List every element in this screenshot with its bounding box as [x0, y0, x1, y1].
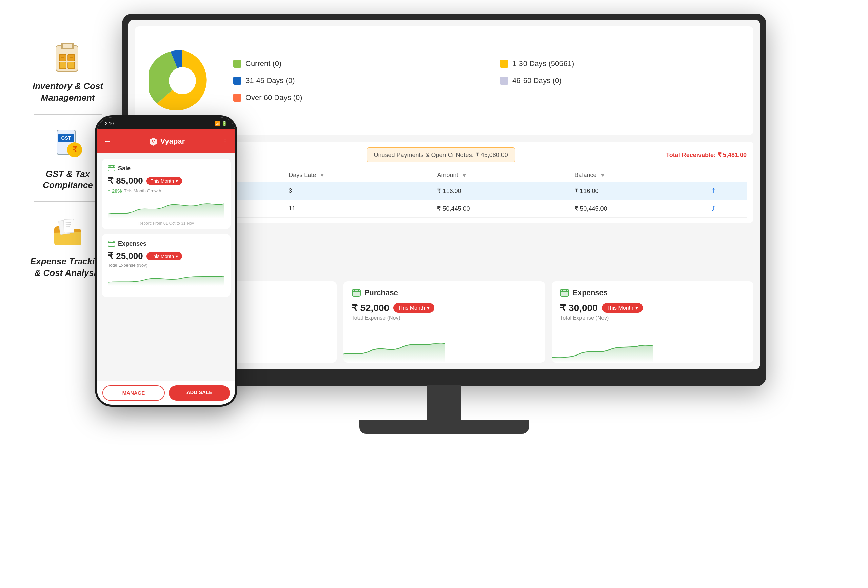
- gst-icon: GST ₹: [51, 127, 85, 161]
- svg-point-39: [113, 241, 114, 242]
- expense-icon: [51, 214, 85, 248]
- col-balance: Balance ▼: [570, 168, 708, 182]
- phone-sale-badge-label: This Month: [151, 178, 174, 184]
- col-action: [708, 168, 747, 182]
- cell-days-late-1: 3: [285, 182, 433, 200]
- feature-inventory: Inventory & Cost Management: [20, 27, 115, 114]
- svg-point-38: [109, 241, 111, 242]
- cell-balance-1: ₹ 116.00: [570, 182, 708, 200]
- svg-point-35: [113, 166, 114, 167]
- phone-footer: MANAGE ADD SALE: [97, 381, 235, 405]
- phone-sale-chart: [108, 196, 224, 220]
- filter-icon-days-late[interactable]: ▼: [320, 172, 325, 178]
- expenses-card: Expenses ₹ 30,000 This Month ▾ Total Exp…: [552, 281, 753, 363]
- phone-expenses-badge-chevron: ▾: [176, 253, 178, 259]
- svg-rect-2: [63, 44, 72, 48]
- phone-expenses-badge[interactable]: This Month ▾: [146, 252, 182, 260]
- legend-label-31-45: 31-45 Days (0): [245, 76, 295, 85]
- share-icon-1[interactable]: ⤴: [712, 187, 715, 195]
- purchase-sub: Total Expense (Nov): [351, 315, 537, 321]
- expenses-badge-label: This Month: [607, 305, 633, 311]
- purchase-icon: [351, 288, 361, 298]
- filter-icon-balance[interactable]: ▼: [600, 172, 605, 178]
- svg-point-19: [169, 67, 196, 94]
- svg-rect-20: [352, 289, 360, 296]
- phone-status-icons: 📶 🔋: [215, 121, 227, 126]
- phone-expenses-sub: Total Expense (Nov): [108, 263, 224, 268]
- cell-amount-1: ₹ 116.00: [433, 182, 570, 200]
- phone-menu-icon[interactable]: ⋮: [222, 137, 229, 145]
- phone-expenses-badge-label: This Month: [151, 253, 174, 259]
- phone-manage-label: MANAGE: [123, 390, 145, 396]
- cell-share-2[interactable]: ⤴: [708, 200, 747, 218]
- phone-manage-button[interactable]: MANAGE: [102, 385, 165, 401]
- unused-payments-badge: Unused Payments & Open Cr Notes: ₹ 45,08…: [367, 147, 515, 162]
- legend-dot-over-60: [233, 94, 241, 102]
- phone-expenses-icon: [108, 240, 115, 248]
- legend-46-60: 46-60 Days (0): [500, 76, 740, 85]
- expenses-title-label: Expenses: [573, 289, 608, 297]
- gst-icon-wrap: GST ₹: [49, 125, 86, 162]
- legend-dot-31-45: [233, 77, 241, 85]
- phone-expenses-chart: [108, 270, 224, 293]
- phone-logo-text: Vyapar: [160, 137, 185, 146]
- phone-report-label: Report: From 01 Oct to 31 Nov: [108, 221, 224, 226]
- phone-sale-amount: ₹ 85,000: [108, 175, 143, 186]
- expenses-card-title: Expenses: [560, 288, 745, 298]
- svg-rect-25: [561, 289, 568, 296]
- phone-sale-icon: [108, 165, 115, 172]
- phone-time: 2:10: [105, 121, 114, 126]
- expenses-badge-chevron: ▾: [635, 305, 638, 311]
- monitor-stand-base: [359, 420, 529, 434]
- phone-status-bar: 2:10 📶 🔋: [97, 117, 235, 130]
- share-icon-2[interactable]: ⤴: [712, 205, 715, 212]
- phone-header: ← V Vyapar ⋮: [97, 130, 235, 153]
- svg-line-17: [66, 225, 71, 225]
- svg-rect-15: [63, 219, 74, 233]
- phone-expenses-amount: ₹ 25,000: [108, 251, 143, 261]
- expenses-this-month-badge[interactable]: This Month ▾: [602, 303, 643, 313]
- inventory-icon: [51, 39, 85, 73]
- svg-text:V: V: [152, 139, 155, 144]
- phone-frame: 2:10 📶 🔋 ← V Vyapar ⋮: [95, 115, 237, 407]
- expense-icon-wrap: [49, 212, 86, 250]
- purchase-amount: ₹ 52,000: [351, 302, 389, 314]
- legend-label-over-60: Over 60 Days (0): [245, 93, 303, 102]
- filter-icon-amount[interactable]: ▼: [462, 172, 466, 178]
- phone-add-sale-label: ADD SALE: [186, 389, 213, 395]
- purchase-mini-chart: [344, 336, 445, 363]
- svg-point-29: [566, 290, 567, 291]
- svg-rect-36: [108, 241, 115, 246]
- phone-back-button[interactable]: ←: [104, 137, 111, 146]
- gst-label: GST & Tax Compliance: [43, 168, 93, 192]
- phone-screen: 2:10 📶 🔋 ← V Vyapar ⋮: [97, 117, 235, 405]
- phone-sale-badge[interactable]: This Month ▾: [146, 177, 182, 185]
- svg-point-24: [358, 290, 359, 291]
- svg-point-34: [109, 166, 111, 167]
- expense-label: Expense Tracking & Cost Analysis: [30, 256, 105, 279]
- purchase-badge-label: This Month: [398, 305, 425, 311]
- cell-share-1[interactable]: ⤴: [708, 182, 747, 200]
- phone-body: Sale ₹ 85,000 This Month ▾ ↑ 20% This Mo…: [97, 153, 235, 307]
- phone-add-sale-button[interactable]: ADD SALE: [169, 385, 230, 401]
- cell-days-late-2: 11: [285, 200, 433, 218]
- purchase-badge-chevron: ▾: [427, 305, 430, 311]
- purchase-this-month-badge[interactable]: This Month ▾: [393, 303, 434, 313]
- phone-sale-label: Sale: [118, 165, 131, 172]
- expenses-sub: Total Expense (Nov): [560, 315, 745, 321]
- legend-dot-46-60: [500, 77, 508, 85]
- total-receivable: Total Receivable: ₹ 5,481.00: [666, 151, 747, 159]
- phone-expenses-label: Expenses: [118, 240, 146, 248]
- expenses-icon: [560, 288, 569, 298]
- svg-point-23: [354, 290, 355, 291]
- inventory-icon-wrap: [49, 37, 86, 75]
- purchase-title-label: Purchase: [365, 289, 398, 297]
- svg-point-28: [562, 290, 563, 291]
- phone-logo: V Vyapar: [148, 136, 185, 146]
- pie-legends: Current (0) 1-30 Days (50561) 31-45 Days…: [233, 59, 740, 102]
- inventory-label: Inventory & Cost Management: [32, 81, 103, 104]
- svg-text:₹: ₹: [72, 145, 77, 154]
- vyapar-logo-icon: V: [148, 136, 158, 146]
- svg-rect-32: [108, 166, 115, 171]
- unused-payments-label: Unused Payments & Open Cr Notes: ₹ 45,08…: [374, 152, 508, 158]
